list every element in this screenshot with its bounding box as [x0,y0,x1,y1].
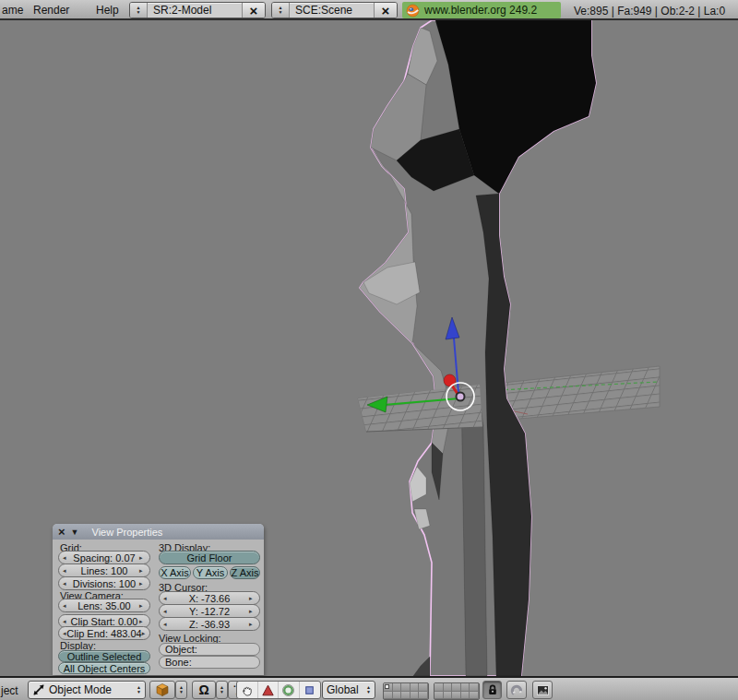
increment-icon[interactable]: ▸ [139,567,146,575]
pivot-dropdown-arrows[interactable]: ▲▼ [216,681,228,699]
decrement-icon[interactable]: ◂ [63,618,69,625]
manipulator-enable-button[interactable] [237,682,258,698]
increment-icon[interactable]: ▸ [249,621,256,628]
menu-object-partial[interactable]: ject [1,684,18,697]
cursor-z-field[interactable]: ◂ Z: -36.93 ▸ [159,617,260,631]
layer-button-15[interactable] [419,692,428,700]
draw-type-dropdown-arrows[interactable]: ▲▼ [175,681,187,699]
panel-close-icon[interactable]: × [58,525,65,539]
solid-drawtype-icon [155,682,170,697]
lock-to-scene-button[interactable] [482,681,502,699]
image-icon [536,683,550,697]
blender-logo-icon [406,4,420,18]
screen-selector[interactable]: ▲ ▼ SR:2-Model × [129,2,266,18]
menu-help[interactable]: Help [96,4,119,17]
object-center-indicator [457,393,465,401]
layer-button-3[interactable] [401,683,411,692]
panel-title: View Properties [92,527,163,538]
orientation-dropdown[interactable]: Global ▲▼ [322,681,375,699]
layer-button-17[interactable] [444,692,453,700]
grid-divisions-field[interactable]: ◂ Divisions: 100 ▸ [58,576,150,590]
top-header: ame Render Help ▲ ▼ SR:2-Model × ▲ ▼ SCE… [0,0,738,20]
increment-icon[interactable]: ▸ [142,630,146,637]
decrement-icon[interactable]: ◂ [163,595,170,602]
decrement-icon[interactable]: ◂ [63,580,69,587]
mode-dropdown[interactable]: Object Mode ▲▼ [28,681,146,699]
translate-manipulator-button[interactable] [258,682,280,698]
scene-selector[interactable]: ▲ ▼ SCE:Scene × [271,2,398,18]
scale-manipulator-button[interactable] [300,682,320,698]
screen-selector-dropdown-icon[interactable]: ▲ ▼ [130,3,148,18]
menu-render[interactable]: Render [33,4,69,17]
increment-icon[interactable]: ▸ [139,554,146,562]
grid-floor-toggle[interactable]: Grid Floor [159,551,260,564]
layer-button-8[interactable] [452,683,461,692]
layer-button-11[interactable] [384,692,393,700]
layer-button-13[interactable] [401,692,411,700]
increment-icon[interactable]: ▸ [139,580,146,587]
decrement-icon[interactable]: ◂ [163,608,170,615]
version-text: www.blender.org 249.2 [424,4,537,17]
increment-icon[interactable]: ▸ [139,618,146,625]
screen-selector-value[interactable]: SR:2-Model [148,3,242,18]
manipulator-toggle-group [236,681,321,699]
layer-button-4[interactable] [411,683,420,692]
lock-object-field[interactable]: Object: [159,643,260,656]
layer-button-5[interactable] [419,683,428,692]
mode-dropdown-value: Object Mode [49,683,133,696]
layer-button-7[interactable] [444,683,453,692]
menu-game-partial[interactable]: ame [2,4,23,17]
layer-button-9[interactable] [461,683,470,692]
render-preview-button[interactable] [532,681,553,699]
layer-button-19[interactable] [461,692,470,700]
lock-bone-field[interactable]: Bone: [159,656,260,669]
mesh-object[interactable] [360,20,596,676]
layer-button-6[interactable] [434,683,444,692]
layer-button-2[interactable] [393,683,402,692]
y-axis-toggle[interactable]: Y Axis [193,566,228,579]
scene-close-button[interactable]: × [374,3,397,18]
layer-buttons-group-2 [434,682,480,700]
increment-icon[interactable]: ▸ [249,608,256,615]
clip-end-field[interactable]: ◂ Clip End: 483.04 ▸ [58,626,150,640]
layer-button-1[interactable] [384,683,393,692]
lens-field[interactable]: ◂ Lens: 35.00 ▸ [58,599,150,612]
cursor-y-field[interactable]: ◂ Y: -12.72 ▸ [159,604,260,618]
rotate-manipulator-button[interactable] [279,682,300,698]
scene-selector-dropdown-icon[interactable]: ▲ ▼ [272,3,290,18]
grid-spacing-field[interactable]: ◂ Spacing: 0.07 ▸ [58,551,150,564]
layer-button-16[interactable] [434,692,444,700]
down-triangle-icon: ▼ [279,10,283,15]
viewport-header: ject Object Mode ▲▼ ▲▼ Ω [0,676,738,700]
draw-type-button[interactable] [149,681,175,699]
object-mode-icon [32,683,45,696]
decrement-icon[interactable]: ◂ [163,621,170,628]
snap-button[interactable] [506,681,527,699]
all-object-centers-toggle[interactable]: All Object Centers [58,662,150,674]
rotate-icon [281,683,295,697]
pivot-point-button[interactable]: Ω [192,681,216,699]
x-axis-toggle[interactable]: X Axis [159,566,191,579]
cursor-x-field[interactable]: ◂ X: -73.66 ▸ [159,591,260,605]
outline-selected-toggle[interactable]: Outline Selected [58,650,150,662]
grid-lines-field[interactable]: ◂ Lines: 100 ▸ [58,564,150,577]
screen-close-button[interactable]: × [242,3,265,18]
scale-icon [303,683,316,697]
increment-icon[interactable]: ▸ [249,595,256,602]
increment-icon[interactable]: ▸ [139,602,146,610]
layer-button-14[interactable] [411,692,420,700]
decrement-icon[interactable]: ◂ [63,567,69,575]
decrement-icon[interactable]: ◂ [63,602,69,610]
layer-button-20[interactable] [470,692,479,700]
scene-selector-value[interactable]: SCE:Scene [290,3,374,18]
z-axis-toggle[interactable]: Z Axis [230,566,260,579]
panel-collapse-icon[interactable]: ▼ [71,528,79,537]
dropdown-arrows-icon: ▲▼ [366,685,371,694]
layer-button-10[interactable] [470,683,479,692]
panel-header[interactable]: × ▼ View Properties [53,524,264,540]
decrement-icon[interactable]: ◂ [63,554,69,562]
version-badge: www.blender.org 249.2 [402,2,561,18]
layer-button-18[interactable] [452,692,461,700]
layer-button-12[interactable] [393,692,402,700]
view-properties-panel[interactable]: × ▼ View Properties Grid: ◂ Spacing: 0.0… [53,524,264,675]
